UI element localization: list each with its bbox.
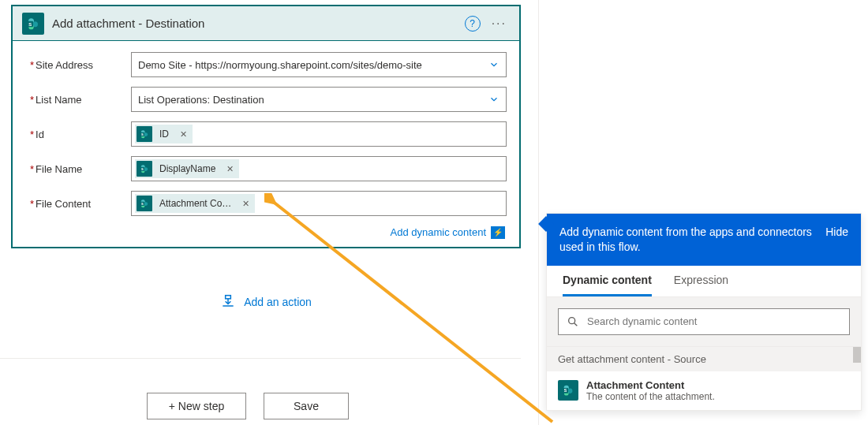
new-step-button[interactable]: + New step <box>147 393 246 419</box>
vertical-divider <box>538 0 539 425</box>
help-icon[interactable]: ? <box>465 16 481 32</box>
action-body: *Site Address Demo Site - https://normyo… <box>13 41 519 247</box>
file-content-text-input[interactable] <box>255 198 503 210</box>
field-label: *Id <box>30 129 131 140</box>
chevron-down-icon <box>488 94 499 105</box>
svg-line-9 <box>574 322 578 326</box>
dc-group-header: Get attachment content - Source <box>547 346 861 371</box>
sharepoint-icon <box>137 196 152 211</box>
field-row-site-address: *Site Address Demo Site - https://normyo… <box>30 52 507 77</box>
insert-step-icon <box>220 294 236 310</box>
add-action-wrap: Add an action <box>11 294 521 312</box>
dc-item-attachment-content[interactable]: Attachment Content The content of the at… <box>547 371 861 410</box>
id-text-input[interactable] <box>193 129 503 140</box>
dc-item-description: The content of the attachment. <box>586 391 715 402</box>
field-row-file-content: *File Content Attachment Co… ✕ <box>30 191 507 216</box>
add-action-link[interactable]: Add an action <box>220 294 312 310</box>
svg-rect-5 <box>226 296 231 299</box>
save-button[interactable]: Save <box>264 393 349 419</box>
token-remove-icon[interactable]: ✕ <box>174 129 193 140</box>
site-address-dropdown[interactable]: Demo Site - https://normyoung.sharepoint… <box>131 52 507 77</box>
tab-dynamic-content[interactable]: Dynamic content <box>563 274 652 296</box>
token-remove-icon[interactable]: ✕ <box>221 164 239 174</box>
file-content-input[interactable]: Attachment Co… ✕ <box>131 191 507 216</box>
field-label: *Site Address <box>30 59 131 71</box>
field-row-file-name: *File Name DisplayName ✕ <box>30 156 507 181</box>
add-dynamic-content-link[interactable]: Add dynamic content ⚡ <box>391 226 505 239</box>
chevron-down-icon <box>488 59 499 70</box>
dropdown-value: Demo Site - https://normyoung.sharepoint… <box>138 59 422 71</box>
dc-tabs: Dynamic content Expression <box>547 266 861 297</box>
field-label: *List Name <box>30 94 131 106</box>
sharepoint-icon <box>137 161 152 177</box>
file-name-text-input[interactable] <box>239 163 503 175</box>
field-label: *File Content <box>30 198 131 210</box>
dynamic-content-badge-icon: ⚡ <box>491 226 505 239</box>
dynamic-content-panel: Add dynamic content from the apps and co… <box>546 213 862 411</box>
hide-panel-link[interactable]: Hide <box>825 225 848 240</box>
file-name-input[interactable]: DisplayName ✕ <box>131 156 507 181</box>
sharepoint-icon <box>558 380 578 401</box>
list-name-dropdown[interactable]: List Operations: Destination <box>131 87 507 112</box>
id-input[interactable]: ID ✕ <box>131 121 507 147</box>
dynamic-content-header: Add dynamic content from the apps and co… <box>547 214 861 266</box>
bottom-buttons: + New step Save <box>147 393 349 419</box>
action-header[interactable]: Add attachment - Destination ? ··· <box>13 6 519 41</box>
token-id[interactable]: ID ✕ <box>135 125 193 144</box>
dc-search-box[interactable] <box>558 308 850 335</box>
dc-search-input[interactable] <box>587 315 841 327</box>
action-title: Add attachment - Destination <box>52 17 465 30</box>
token-displayname[interactable]: DisplayName ✕ <box>135 159 239 178</box>
field-label: *File Name <box>30 163 131 175</box>
token-remove-icon[interactable]: ✕ <box>237 199 255 209</box>
search-icon <box>567 315 579 328</box>
dynamic-content-hint-row: Add dynamic content ⚡ <box>30 226 507 239</box>
tab-expression[interactable]: Expression <box>674 274 728 296</box>
sharepoint-icon <box>22 13 44 35</box>
card-menu-icon[interactable]: ··· <box>492 17 510 31</box>
svg-point-8 <box>569 317 575 323</box>
dc-search-wrap <box>547 297 861 346</box>
sharepoint-icon <box>137 126 152 142</box>
dc-item-title: Attachment Content <box>586 379 715 391</box>
field-row-id: *Id ID ✕ <box>30 121 507 147</box>
horizontal-divider <box>0 358 521 359</box>
dropdown-value: List Operations: Destination <box>138 94 264 106</box>
action-card: Add attachment - Destination ? ··· *Site… <box>11 5 521 248</box>
field-row-list-name: *List Name List Operations: Destination <box>30 87 507 112</box>
token-attachment-content[interactable]: Attachment Co… ✕ <box>135 194 255 213</box>
dc-header-text: Add dynamic content from the apps and co… <box>559 225 816 255</box>
scrollbar-thumb[interactable] <box>853 347 861 363</box>
